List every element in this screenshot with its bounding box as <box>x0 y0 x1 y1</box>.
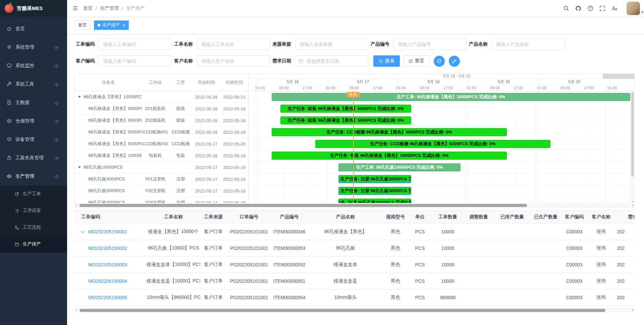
cell-product-code: ITEM00000046 <box>272 224 307 240</box>
table-horizontal-scrollbar[interactable] <box>74 308 635 312</box>
gantt-task-bar[interactable]: 生产任务: 注塑 96孔孔板3000PCS 完成比例: 0% <box>338 199 411 203</box>
gantt-bar-row: 生产任务: 组装 96孔移液盒【黑色】5000PCS 完成比例: 0% <box>249 103 630 115</box>
gantt-task-bar[interactable]: 生产任务: CCD检测 96孔移液盒【黑色】5000PCS 完成比例: 0% <box>272 128 507 136</box>
filter-field-product-name: 产品名称 <box>468 39 565 50</box>
gantt-task-row[interactable]: 96孔移液盒【黑色】10000PCS2022-05-162022-05-21 <box>75 91 248 103</box>
gantt-task-row[interactable]: 96孔孔板10000PCS2022-05-172022-05-19 <box>75 162 248 173</box>
filter-row-1: 工单编码工单名称来源单据产品编号产品名称 <box>74 39 635 50</box>
timeline-day-row: 5月 165月 175月 185月 195月 20 <box>249 79 634 85</box>
reset-button[interactable]: 重置 <box>403 55 430 67</box>
help-button[interactable] <box>584 0 596 17</box>
tab-production-scheduling[interactable]: 生产排产× <box>94 20 129 30</box>
sidebar-item-system-management[interactable]: 系统管理 <box>0 38 67 56</box>
gantt-task-row[interactable]: 96孔移液盒【黑色】5000PCSZ02组装机组装2022-05-162022-… <box>75 115 248 126</box>
product-name-input[interactable] <box>492 39 565 50</box>
gantt-task-row[interactable]: 96孔孔板3000PCSY01注塑机注塑2022-05-172022-05-18 <box>75 173 248 185</box>
gantt-task-bar[interactable]: 生产任务: 包装 96孔移液盒【黑色】10000PCS 完成比例: 0% <box>272 152 507 160</box>
search-button[interactable]: 搜索 <box>373 55 400 67</box>
expand-chevron-icon[interactable] <box>80 229 85 233</box>
sidebar-item-production-workorder[interactable]: 生产工单 <box>0 185 67 202</box>
gantt-vertical-scrollbar[interactable] <box>630 91 634 203</box>
work-order-link[interactable]: MO202205150001 <box>88 229 127 234</box>
scroll-down-arrow-icon[interactable] <box>632 201 634 202</box>
gantt-task-bar[interactable]: 生产任务: CCD检测 96孔移液盒【黑色】5000PCS 完成比例: 0% <box>315 140 550 148</box>
scrollbar-thumb[interactable] <box>631 92 634 177</box>
github-button[interactable] <box>572 0 584 17</box>
collapse-caret-icon[interactable] <box>78 96 81 98</box>
app-logo[interactable]: 苦糖果MES <box>0 0 67 17</box>
cell-work-order-source: 客户订单 <box>200 273 226 289</box>
sidebar-item-system-tools[interactable]: 系统工具 <box>0 75 67 93</box>
gantt-task-row[interactable]: 96孔移液盒【黑色】5000PCSCCD检测#02CCD检测2022-05-17… <box>75 138 248 150</box>
sidebar-item-process-flow[interactable]: 工艺流程 <box>0 219 67 236</box>
cell-scheduled-qty <box>495 224 530 240</box>
avatar[interactable] <box>627 2 640 15</box>
task-process: CCD检测 <box>169 141 193 147</box>
sidebar-item-fixture-management[interactable]: 工装夹具管理 <box>0 149 67 167</box>
customer-code-input[interactable] <box>99 55 172 67</box>
table-row[interactable]: MO20220515000296孔孔板【10000】PCS客户订单PO20220… <box>74 240 635 257</box>
search-button[interactable] <box>560 0 572 17</box>
sidebar-toggle-button[interactable] <box>67 0 83 17</box>
table-row[interactable]: MO202205150001移液盒【黑色】10000个客户订单PO2022051… <box>74 224 635 240</box>
gantt-task-row[interactable]: 96孔移液盒【黑色】5000PCSCCD检测#01CCD检测2022-05-16… <box>75 126 248 138</box>
task-name-cell: 96孔移液盒【黑色】10000PCS <box>75 94 142 100</box>
chevron-down-icon <box>54 118 59 124</box>
scroll-left-arrow-icon[interactable] <box>76 204 77 206</box>
gantt-task-bar[interactable]: 生产任务: 注塑 96孔孔板3000PCS 完成比例: 0% <box>338 187 411 195</box>
work-order-link[interactable]: MO202205150003 <box>88 262 127 267</box>
gantt-task-row[interactable]: 96孔移液盒【黑色】5000PCSZ01组装机组装2022-05-162022-… <box>75 103 248 115</box>
gantt-horizontal-scrollbar[interactable] <box>75 203 634 207</box>
demand-date-input[interactable] <box>295 55 368 67</box>
chevron-down-icon <box>54 155 59 161</box>
scroll-right-arrow-icon[interactable] <box>632 204 633 206</box>
fontsize-icon <box>611 5 618 11</box>
fullscreen-button[interactable] <box>596 0 608 17</box>
scroll-left-arrow-icon[interactable] <box>76 309 77 311</box>
work-order-code-input[interactable] <box>99 39 172 50</box>
gantt-task-bar[interactable]: 生产任务: 组装 96孔移液盒【黑色】5000PCS 完成比例: 0% <box>280 105 411 113</box>
work-order-link[interactable]: MO202205150004 <box>88 278 127 284</box>
sidebar-item-warehouse-management[interactable]: 仓储管理 <box>0 112 67 130</box>
gantt-task-row[interactable]: 96孔孔板3000PCSY03注塑机注塑2022-05-172022-05-18 <box>75 197 248 203</box>
timeline-day: 5月 17 <box>328 79 398 85</box>
sidebar-item-process-settings[interactable]: 工序设置 <box>0 202 67 219</box>
table-row[interactable]: MO202205150004移液盒盒盖【10000】PCS客户订单PO20220… <box>74 273 635 289</box>
table-row[interactable]: MO20220515000510mm吸头【960000】PCS客户订单PO202… <box>74 289 635 306</box>
cell-work-order-name: 10mm吸头【960000】PCS <box>147 289 200 306</box>
gantt-order-bar[interactable]: 生产工单: 96孔孔板10000PCS 完成比例: 0% <box>338 163 460 171</box>
table-row[interactable]: MO202205150003移液盒盒体【10000】PCS客户订单PO20220… <box>74 257 635 273</box>
scrollbar-thumb[interactable] <box>79 204 527 207</box>
gantt-task-row[interactable]: 96孔孔板3000PCSY02注塑机注塑2022-05-172022-05-18 <box>75 185 248 197</box>
breadcrumb-item[interactable]: 生产管理 <box>100 5 119 11</box>
product-code-input[interactable] <box>393 39 467 50</box>
sidebar-item-home[interactable]: 首页 <box>0 19 67 38</box>
work-order-link[interactable]: MO202205150002 <box>88 246 127 251</box>
scroll-right-arrow-icon[interactable] <box>632 309 633 311</box>
timeline-hour: 17:00 <box>514 85 523 91</box>
breadcrumb-item[interactable]: 首页 <box>83 5 93 11</box>
sidebar-item-equipment-management[interactable]: 设备管理 <box>0 130 67 149</box>
sidebar-item-system-monitor[interactable]: 系统监控 <box>0 56 67 75</box>
gantt-order-bar[interactable]: 生产工单: 96孔移液盒【黑色】10000PCS 完成比例: 0% <box>272 93 630 101</box>
source-doc-input[interactable] <box>295 39 368 50</box>
tab-home[interactable]: 首页 <box>74 20 91 30</box>
gantt-task-bar[interactable]: 生产任务: 组装 96孔移液盒【黑色】5000PCS 完成比例: 0% <box>280 116 411 124</box>
close-icon[interactable]: × <box>122 23 125 28</box>
collapse-caret-icon[interactable] <box>78 166 81 168</box>
font-size-button[interactable] <box>608 0 621 17</box>
refresh-circle-button[interactable] <box>434 56 445 67</box>
scrollbar-thumb[interactable] <box>79 309 605 312</box>
edit-circle-button[interactable] <box>449 56 460 67</box>
gantt-task-bar[interactable]: 生产任务: 注塑 96孔孔板3000PCS 完成比例: 0% <box>338 175 411 183</box>
customer-name-input[interactable] <box>197 55 270 67</box>
user-menu[interactable]: ▾ <box>627 2 644 15</box>
work-order-link[interactable]: MO202205150005 <box>88 295 127 300</box>
sidebar-item-master-data[interactable]: 主数据 <box>0 93 67 112</box>
work-order-name-input[interactable] <box>197 39 270 50</box>
timeline-hour: 01:00 <box>537 85 547 91</box>
gantt-bar-row: 生产工单: 96孔孔板10000PCS 完成比例: 0% <box>249 162 630 173</box>
sidebar-item-production-scheduling[interactable]: 生产排产 <box>0 236 67 253</box>
gantt-task-row[interactable]: 96孔移液盒【黑色】10000PCS包装机包装2022-05-162022-05… <box>75 150 248 162</box>
sidebar-item-production-management[interactable]: 生产管理 <box>0 167 67 185</box>
